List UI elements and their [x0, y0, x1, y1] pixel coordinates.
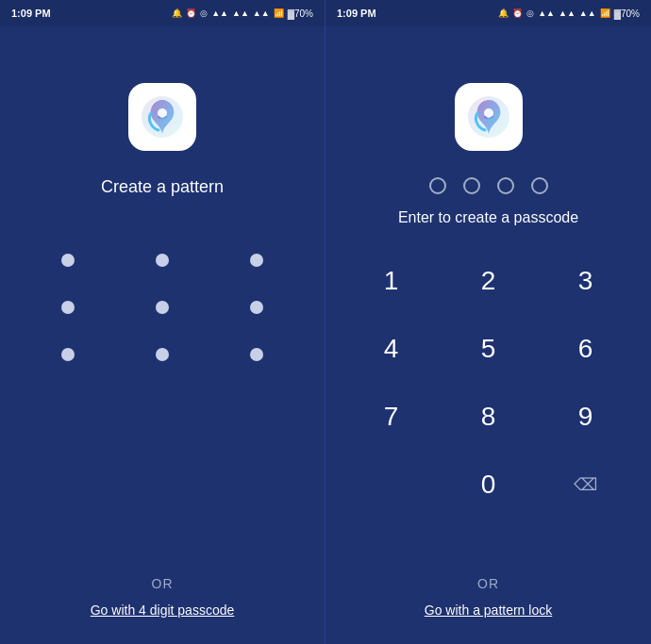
pattern-dot-5[interactable] [156, 301, 169, 314]
pattern-dot-8[interactable] [156, 348, 169, 361]
or-divider-right: OR [477, 576, 499, 591]
app-logo-left [128, 83, 196, 151]
time-right: 1:09 PM [337, 8, 376, 19]
numpad-key-4[interactable]: 4 [344, 317, 438, 381]
passcode-dot-2 [463, 177, 480, 194]
go-with-digit-passcode-link[interactable]: Go with 4 digit passcode [91, 603, 235, 618]
status-icons-left: 🔔 ⏰ ◎ ▲▲ ▲▲ ▲▲ 📶 ▓70% [172, 8, 313, 19]
numpad-backspace-button[interactable]: ⌫ [539, 453, 632, 517]
pattern-lock-screen: 1:09 PM 🔔 ⏰ ◎ ▲▲ ▲▲ ▲▲ 📶 ▓70% [0, 0, 326, 644]
go-with-pattern-lock-link[interactable]: Go with a pattern lock [425, 603, 552, 618]
passcode-dots-container [429, 177, 548, 194]
numpad-key-7[interactable]: 7 [344, 385, 438, 449]
backspace-icon: ⌫ [574, 474, 597, 495]
numpad-key-0[interactable]: 0 [442, 453, 535, 517]
app-logo-svg [138, 92, 187, 141]
passcode-dot-3 [497, 177, 514, 194]
pattern-dot-2[interactable] [156, 254, 169, 267]
pattern-dot-6[interactable] [250, 301, 263, 314]
numpad: 1 2 3 4 5 6 7 8 9 0 ⌫ [326, 249, 651, 517]
status-icons-right: 🔔 ⏰ ◎ ▲▲ ▲▲ ▲▲ 📶 ▓70% [498, 8, 640, 19]
numpad-key-3[interactable]: 3 [539, 249, 632, 313]
status-bar-right: 1:09 PM 🔔 ⏰ ◎ ▲▲ ▲▲ ▲▲ 📶 ▓70% [326, 0, 651, 26]
pattern-dot-9[interactable] [250, 348, 263, 361]
pattern-title: Create a pattern [101, 177, 224, 197]
pattern-dot-7[interactable] [61, 348, 75, 361]
passcode-dot-1 [429, 177, 446, 194]
numpad-key-2[interactable]: 2 [442, 249, 535, 313]
passcode-dot-4 [531, 177, 548, 194]
or-divider-left: OR [152, 576, 174, 591]
numpad-key-5[interactable]: 5 [442, 317, 535, 381]
pattern-dot-1[interactable] [61, 254, 75, 267]
status-bar-left: 1:09 PM 🔔 ⏰ ◎ ▲▲ ▲▲ ▲▲ 📶 ▓70% [0, 0, 325, 26]
numpad-key-1[interactable]: 1 [344, 249, 438, 313]
passcode-enter-title: Enter to create a passcode [398, 209, 578, 226]
numpad-key-6[interactable]: 6 [539, 317, 632, 381]
app-logo-right [455, 83, 523, 151]
numpad-key-9[interactable]: 9 [539, 385, 632, 449]
pattern-dot-3[interactable] [250, 254, 263, 267]
passcode-screen: 1:09 PM 🔔 ⏰ ◎ ▲▲ ▲▲ ▲▲ 📶 ▓70% [326, 0, 651, 644]
time-left: 1:09 PM [11, 8, 51, 19]
app-logo-svg-right [464, 92, 513, 141]
pattern-grid [0, 254, 325, 361]
numpad-key-empty [344, 453, 438, 517]
pattern-dot-4[interactable] [61, 301, 75, 314]
numpad-key-8[interactable]: 8 [442, 385, 535, 449]
